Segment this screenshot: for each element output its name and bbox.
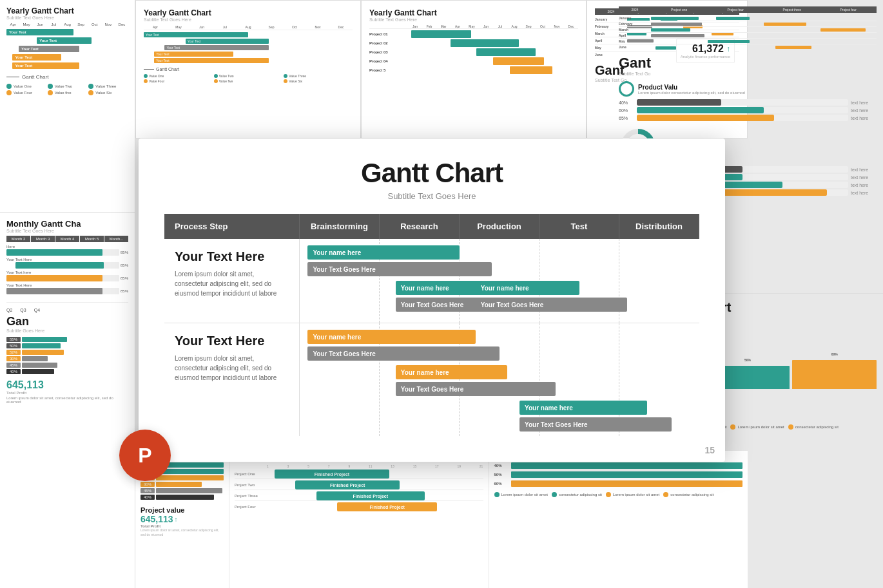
hbar-3: 52% [6, 350, 128, 355]
product-value-desc: Lorem ipsum dolor consectetur adipiscing… [638, 91, 745, 95]
row2-label: Your Text Here Lorem ipsum dolor sit ame… [164, 323, 300, 436]
legend-item-6: Value Six [88, 90, 128, 95]
ts1-subtitle: Subtitle Text Goes Here [144, 17, 353, 22]
q2-label: Q2 [6, 308, 12, 312]
header-test: Test [539, 214, 619, 239]
legend-br-4: consectetur adipiscing sit [788, 424, 839, 430]
legend-item-2: Value Two [48, 84, 88, 89]
hbar-1: 55% [6, 337, 128, 342]
legend-item-1: Value One [6, 84, 46, 89]
powerpoint-icon: P [119, 430, 171, 481]
bar-row2-g1-orange: Your name here [307, 330, 475, 344]
page-number: 15 [704, 445, 715, 455]
legend-3-label: Value Three [95, 84, 116, 88]
legend-6-label: Value Six [95, 91, 112, 95]
main-chart-title: Gantt Chart [164, 158, 699, 189]
legend-item-5: Value five [48, 90, 88, 95]
bar-row2-g2-orange: Your name here [396, 365, 508, 379]
left-top-title: Yearly Gantt Chart [6, 6, 128, 15]
mh-month5: Month 5 [80, 236, 104, 242]
mh-month3: Month 3 [31, 236, 55, 242]
gantt-header: Process Step Brainstorming Research Prod… [164, 214, 699, 239]
gantt-row-2: Your Text Here Lorem ipsum dolor sit ame… [164, 323, 699, 436]
pct-bar-text1: Your Text Here 85% [6, 258, 128, 269]
top-slide-yearly-2: Yearly Gantt Chart Subtitle Text Goes He… [361, 0, 587, 138]
legend-4-label: Value Four [14, 91, 32, 95]
legend-1-label: Value One [14, 84, 32, 88]
proj-03-row: Project 03 [369, 48, 578, 56]
month-apr: Apr [6, 23, 19, 26]
fin-proj-one: Project One Finished Project [235, 469, 483, 479]
header-process-step: Process Step [164, 214, 300, 239]
row1-title: Your Text Here [175, 249, 289, 264]
monthly-title: Monthly Gantt Cha [6, 219, 128, 229]
month-aug: Aug [61, 23, 73, 26]
row2-bars: Your name here Your Text Goes Here Your … [300, 323, 699, 436]
legend-br-3: Lorem ipsum dolor sit amet [730, 424, 784, 430]
row2-title: Your Text Here [175, 334, 289, 348]
quarter-labels: Q2 Q3 Q4 [6, 308, 128, 312]
legend: Value One Value Two Value Three Value Fo… [6, 84, 128, 95]
q3-label: Q3 [20, 308, 26, 312]
chart-label-row: Gantt Chart [6, 74, 128, 80]
row1-label: Your Text Here Lorem ipsum dolor sit ame… [164, 239, 300, 323]
ts2-month-header: JanFebMarApr MayJunJulAug SepOctNovDec [369, 24, 578, 29]
mh-month-more: Month... [104, 236, 128, 242]
q4-label: Q4 [34, 308, 40, 312]
header-research: Research [380, 214, 460, 239]
bottom-stat: 645,113 Total Profit Lorem ipsum dolor s… [6, 379, 128, 404]
ts2-title: Yearly Gantt Chart [369, 8, 578, 17]
fin-proj-four: Project Four Finished Project [235, 502, 483, 511]
mini-bar-row-1: Your Text [6, 29, 128, 35]
bs1-partial-title: Project value [141, 506, 224, 514]
bottom-stat-value: 645,113 [6, 379, 128, 391]
mh-month2: Month 2 [6, 236, 30, 242]
bottom-slide-yearly-bars: Jan Feb Mar Apr May Jun Jul Aug Sep 40% … [489, 451, 748, 588]
bar-row1-g3-gray: Your Text Goes Here [476, 298, 628, 312]
mini-bar-row-3: Your Text [6, 46, 128, 52]
bar-row1-g3-teal: Your name here [476, 281, 579, 295]
row1-desc: Lorem ipsum dolor sit amet, consectetur … [175, 269, 289, 298]
left-top-subtitle: Subtitle Text Goes Here [6, 15, 128, 20]
month-jun: Jun [34, 23, 46, 26]
bar-row2-g2-gray: Your Text Goes Here [396, 382, 556, 396]
bs1-stat: 645,113 [141, 514, 173, 524]
hbar-2: 50% [6, 343, 128, 348]
bottom-slide-finished: Project April 2024 13579 111315171921 Pr… [229, 451, 489, 588]
left-top-slide: Yearly Gantt Chart Subtitle Text Goes He… [0, 0, 135, 213]
legend-2-label: Value Two [55, 84, 72, 88]
main-gantt-card: P Gantt Chart Subtitle Text Goes Here Pr… [139, 138, 725, 462]
main-chart-subtitle: Subtitle Text Goes Here [164, 191, 699, 201]
bottom-partial-title: Gan [6, 315, 128, 328]
month-jul: Jul [47, 23, 60, 26]
month-dec: Dec [115, 23, 128, 26]
product-value-section: Product Valu Lorem ipsum dolor consectet… [619, 81, 877, 97]
bs3-legend: Lorem ipsum dolor sit amet consectetur a… [494, 492, 743, 497]
legend-5-label: Value five [55, 91, 72, 95]
bar-row2-g3-teal: Your name here [519, 401, 647, 415]
legend-item-4: Value Four [6, 90, 46, 95]
ts1-month-header: Apr May Jun Jul Aug Sep Oct Nov Dec [144, 24, 353, 30]
bottom-partial-subtitle: Subtitle Goes Here [6, 328, 128, 333]
fin-proj-two: Project Two Finished Project [235, 480, 483, 490]
bar-row1-g1-teal: Your name here [307, 245, 460, 260]
bottom-area: Q2 Q3 Q4 55% 50% 52% 30% 45% 40% [135, 451, 748, 588]
left-bottom-slide: Monthly Gantt Cha Subtitle Text Goes Her… [0, 213, 135, 588]
header-production: Production [460, 214, 539, 239]
rht-gant-title: Gant Subtitle Text Go [619, 55, 877, 76]
month-sep: Sep [75, 23, 88, 26]
product-value-label: Product Valu [638, 84, 745, 91]
rht-header: 2024 Project one Project four Project th… [619, 6, 877, 13]
mh-month4: Month 4 [55, 236, 79, 242]
hbar-6: 40% [6, 369, 128, 374]
product-value-icon [619, 81, 634, 97]
header-distribution: Distribution [619, 214, 699, 239]
legend-item-3: Value Three [88, 84, 128, 89]
month-oct: Oct [88, 23, 101, 26]
ts1-title: Yearly Gantt Chart [144, 8, 353, 17]
proj-05-row: Project 5 [369, 66, 578, 74]
header-brainstorming: Brainstorming [300, 214, 380, 239]
ts2-subtitle: Subtitle Text Goes Here [369, 17, 578, 22]
hbar-4: 30% [6, 356, 128, 361]
bottom-stat-label: Total Profit [6, 391, 128, 395]
